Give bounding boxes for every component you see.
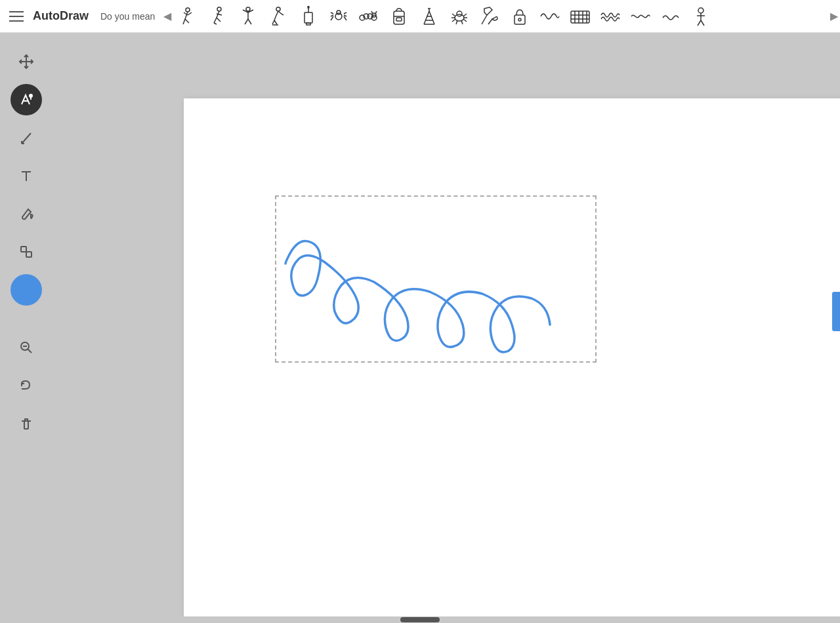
scroll-left-button[interactable]: ◀	[161, 3, 173, 30]
hamburger-button[interactable]	[0, 0, 33, 33]
svg-line-10	[217, 18, 220, 22]
svg-point-18	[276, 7, 280, 11]
suggestion-candlestick[interactable]	[294, 2, 323, 31]
svg-line-29	[331, 16, 333, 20]
suggestion-tilde[interactable]	[656, 2, 685, 31]
draw-tool-button[interactable]	[10, 122, 42, 153]
svg-point-50	[455, 14, 464, 21]
right-panel-toggle[interactable]	[832, 292, 840, 331]
svg-line-89	[28, 350, 32, 353]
svg-line-74	[698, 20, 701, 26]
svg-line-38	[371, 11, 373, 14]
suggestion-spider[interactable]	[324, 2, 353, 31]
move-tool-button[interactable]	[10, 46, 42, 77]
suggestion-crab[interactable]	[445, 2, 474, 31]
svg-line-43	[424, 11, 429, 24]
drawing-paper[interactable]	[184, 98, 840, 620]
undo-tool-button[interactable]	[10, 370, 42, 401]
suggestions-list	[173, 2, 828, 31]
fill-tool-button[interactable]	[10, 198, 42, 230]
suggestion-wave[interactable]	[536, 2, 564, 31]
svg-line-16	[245, 19, 248, 24]
svg-line-52	[452, 14, 455, 16]
svg-line-17	[248, 19, 251, 24]
svg-line-39	[375, 11, 377, 14]
suggestion-dancer[interactable]	[173, 2, 202, 31]
svg-point-0	[186, 8, 190, 12]
svg-point-12	[246, 7, 250, 11]
svg-line-20	[274, 20, 277, 24]
svg-rect-42	[396, 18, 402, 21]
svg-line-2	[188, 12, 192, 15]
suggestion-caterpillar[interactable]	[354, 2, 383, 31]
bottom-handle	[400, 617, 440, 622]
svg-line-54	[452, 19, 455, 22]
svg-line-58	[456, 20, 457, 24]
zoom-tool-button[interactable]	[10, 332, 42, 363]
suggestion-keyboard[interactable]	[566, 2, 595, 31]
autodraw-tool-button[interactable]	[10, 84, 42, 115]
svg-point-51	[457, 11, 462, 16]
scroll-right-button[interactable]: ▶	[828, 3, 840, 30]
do-you-mean-label: Do you mean	[100, 11, 155, 22]
drawing-svg	[184, 98, 840, 620]
suggestion-wave3[interactable]	[626, 2, 655, 31]
svg-point-63	[518, 18, 521, 21]
svg-line-4	[183, 19, 185, 24]
suggestion-figure-skater[interactable]	[203, 2, 232, 31]
svg-line-59	[461, 20, 463, 24]
svg-line-81	[22, 133, 31, 144]
canvas-area	[52, 33, 840, 623]
bottom-bar	[0, 616, 840, 623]
svg-line-9	[214, 18, 217, 23]
svg-line-55	[463, 14, 467, 16]
suggestion-wave2[interactable]	[596, 2, 625, 31]
shapes-tool-button[interactable]	[10, 236, 42, 268]
suggestions-strip: ◀	[161, 2, 840, 31]
topbar: AutoDraw Do you mean ◀	[0, 0, 840, 33]
suggestion-ice-skater[interactable]	[264, 2, 293, 31]
svg-rect-86	[21, 247, 26, 252]
svg-line-57	[463, 19, 467, 22]
suggestion-backpack[interactable]	[385, 2, 413, 31]
svg-rect-62	[514, 15, 525, 24]
suggestion-oil-rig[interactable]	[415, 2, 444, 31]
left-toolbar	[0, 33, 52, 623]
delete-tool-button[interactable]	[10, 408, 42, 439]
svg-point-26	[337, 10, 341, 14]
suggestion-person[interactable]	[686, 2, 715, 31]
svg-line-5	[185, 19, 189, 23]
svg-line-75	[701, 20, 704, 26]
svg-rect-22	[304, 12, 312, 23]
text-tool-button[interactable]	[10, 160, 42, 191]
hamburger-icon	[9, 11, 24, 22]
svg-point-71	[698, 8, 704, 13]
svg-rect-24	[306, 23, 310, 25]
app-title: AutoDraw	[33, 9, 89, 23]
svg-line-27	[331, 12, 333, 14]
svg-line-32	[344, 16, 346, 20]
suggestion-tools[interactable]	[475, 2, 504, 31]
svg-line-30	[344, 12, 346, 14]
svg-point-79	[30, 94, 32, 97]
suggestion-cheerleader[interactable]	[234, 2, 262, 31]
svg-line-60	[482, 15, 487, 24]
color-picker-button[interactable]	[10, 274, 42, 306]
svg-line-61	[488, 19, 492, 24]
svg-rect-87	[26, 252, 32, 257]
svg-line-19	[272, 20, 274, 24]
svg-point-6	[217, 7, 221, 11]
svg-line-44	[429, 11, 434, 24]
selection-box	[275, 195, 597, 363]
svg-line-11	[214, 23, 217, 24]
suggestion-lock[interactable]	[505, 2, 534, 31]
